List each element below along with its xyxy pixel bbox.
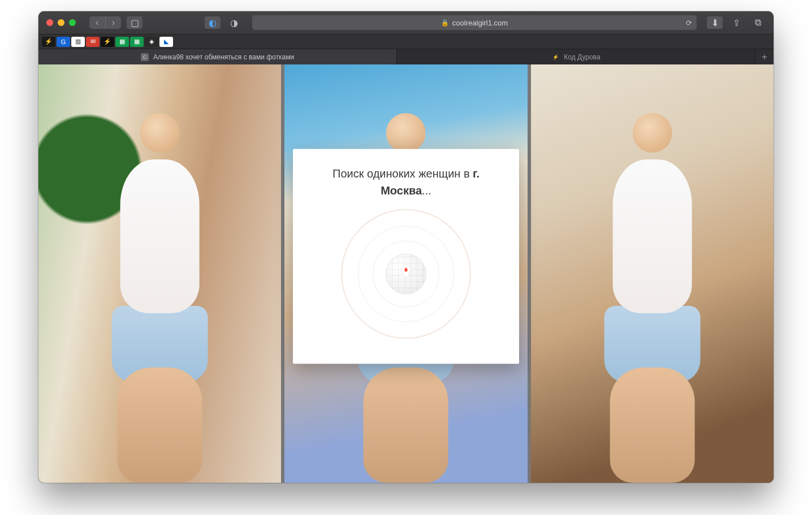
downloads-button[interactable]: ⬇ — [707, 16, 723, 29]
person-silhouette — [82, 98, 237, 483]
close-window-button[interactable] — [46, 19, 53, 26]
bolt-icon: ⚡ — [45, 38, 53, 45]
toolbar-right: ⬇ ⇪ ⧉ — [707, 16, 766, 29]
page-content: Поиск одиноких женщин в г. Москва... — [38, 64, 774, 483]
tab-bar: C Алинка98 хочет обменяться с вами фотка… — [38, 49, 774, 64]
sidebar-icon: ▢ — [131, 18, 139, 28]
download-icon: ⬇ — [711, 18, 719, 28]
cube-icon: ◈ — [149, 38, 154, 45]
gallery-image — [531, 64, 774, 483]
favorite-item[interactable]: ⚡ — [42, 37, 55, 47]
flame-pin-icon — [400, 265, 412, 280]
lock-icon: 🔒 — [441, 19, 449, 27]
nav-arrows: ‹ › — [89, 16, 121, 29]
browser-window: ‹ › ▢ ◐ ◑ 🔒 coolrealgirl1.com ⟳ ⬇ ⇪ — [38, 11, 774, 483]
tabs-icon: ⧉ — [755, 18, 761, 28]
app-icon: ◣ — [164, 38, 169, 45]
back-button[interactable]: ‹ — [89, 16, 105, 29]
tab-title: Код Дурова — [564, 53, 600, 61]
tracking-button[interactable]: ◑ — [226, 16, 242, 29]
share-icon: ⇪ — [733, 18, 740, 28]
mail-icon: ✉ — [90, 38, 96, 45]
favorite-item[interactable]: ◣ — [159, 37, 173, 47]
chart-icon: ▥ — [75, 38, 81, 45]
favorite-item[interactable]: ◈ — [145, 37, 158, 47]
search-modal: Поиск одиноких женщин в г. Москва... — [293, 149, 519, 364]
favorite-item[interactable]: ⚡ — [101, 37, 114, 47]
sheets-icon: ▦ — [119, 38, 125, 45]
heading-bold2: Москва — [381, 184, 422, 197]
radar-animation — [341, 209, 471, 339]
sidebar-toggle-button[interactable]: ▢ — [127, 16, 142, 29]
heading-suffix: ... — [422, 184, 431, 197]
favorite-item[interactable]: ▦ — [130, 37, 144, 47]
letter-g-icon: G — [61, 38, 66, 45]
person-silhouette — [575, 98, 730, 483]
plus-icon: + — [762, 52, 767, 62]
favorite-item[interactable]: G — [57, 37, 70, 47]
gallery-image — [38, 64, 281, 483]
heading-bold1: г. — [473, 167, 480, 180]
tab-title: Алинка98 хочет обменяться с вами фотками — [153, 53, 294, 61]
address-bar[interactable]: 🔒 coolrealgirl1.com ⟳ — [252, 15, 697, 30]
chevron-right-icon: › — [112, 18, 115, 28]
lightning-icon: ⚡ — [103, 38, 111, 45]
tab-inactive[interactable]: ⚡ Код Дурова — [397, 49, 755, 64]
share-button[interactable]: ⇪ — [728, 16, 744, 29]
zoom-window-button[interactable] — [69, 19, 76, 26]
tab-favicon: C — [141, 53, 149, 61]
toolbar: ‹ › ▢ ◐ ◑ 🔒 coolrealgirl1.com ⟳ ⬇ ⇪ — [38, 11, 774, 34]
modal-heading: Поиск одиноких женщин в г. Москва... — [308, 165, 504, 199]
forward-button[interactable]: › — [105, 16, 121, 29]
privacy-icon: ◑ — [230, 18, 238, 28]
url-text: coolrealgirl1.com — [452, 19, 508, 27]
tab-favicon: ⚡ — [551, 53, 559, 61]
new-tab-button[interactable]: + — [755, 49, 774, 64]
heading-prefix: Поиск одиноких женщин в — [332, 167, 473, 180]
tab-active[interactable]: C Алинка98 хочет обменяться с вами фотка… — [38, 49, 397, 64]
favicon-letter: C — [143, 54, 147, 60]
shield-icon: ◐ — [209, 18, 217, 28]
reload-button[interactable]: ⟳ — [686, 19, 692, 27]
chevron-left-icon: ‹ — [96, 18, 98, 28]
privacy-report-button[interactable]: ◐ — [205, 16, 221, 29]
tab-overview-button[interactable]: ⧉ — [750, 16, 766, 29]
window-controls — [46, 19, 76, 26]
favorite-item[interactable]: ▦ — [115, 37, 129, 47]
minimize-window-button[interactable] — [58, 19, 64, 26]
favorite-item[interactable]: ✉ — [86, 37, 100, 47]
sheets-icon: ▦ — [134, 38, 140, 45]
favorites-bar: ⚡ G ▥ ✉ ⚡ ▦ ▦ ◈ ◣ — [38, 34, 774, 49]
favorite-item[interactable]: ▥ — [71, 37, 85, 47]
